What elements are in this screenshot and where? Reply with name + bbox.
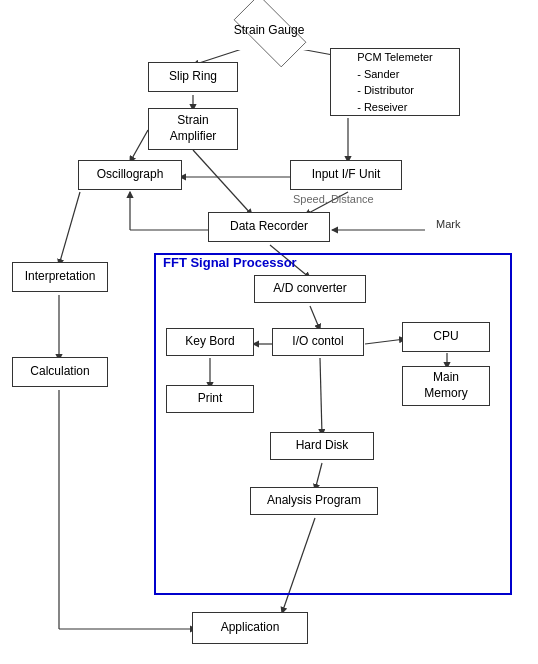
cpu-box: CPU: [402, 322, 490, 352]
input-if-unit-box: Input I/F Unit: [290, 160, 402, 190]
key-bord-box: Key Bord: [166, 328, 254, 356]
svg-line-7: [193, 150, 252, 215]
mark-label: Mark: [436, 218, 460, 230]
svg-line-3: [130, 130, 148, 162]
main-memory-box: Main Memory: [402, 366, 490, 406]
strain-amplifier-box: Strain Amplifier: [148, 108, 238, 150]
print-box: Print: [166, 385, 254, 413]
data-recorder-box: Data Recorder: [208, 212, 330, 242]
slip-ring-box: Slip Ring: [148, 62, 238, 92]
calculation-box: Calculation: [12, 357, 108, 387]
ad-converter-box: A/D converter: [254, 275, 366, 303]
pcm-telemeter-box: PCM Telemeter - Sander - Distributor - R…: [330, 48, 460, 116]
fft-signal-processor-box: [154, 253, 512, 595]
system-diagram: Strain Gauge Slip Ring PCM Telemeter - S…: [0, 0, 538, 664]
svg-line-19: [59, 192, 80, 265]
speed-distance-label: Speed. Distance: [293, 193, 374, 205]
oscillograph-box: Oscillograph: [78, 160, 182, 190]
application-box: Application: [192, 612, 308, 644]
hard-disk-box: Hard Disk: [270, 432, 374, 460]
io-contol-box: I/O contol: [272, 328, 364, 356]
interpretation-box: Interpretation: [12, 262, 108, 292]
analysis-program-box: Analysis Program: [250, 487, 378, 515]
strain-gauge-node: Strain Gauge: [209, 8, 329, 52]
fft-signal-processor-label: FFT Signal Processor: [163, 255, 297, 270]
